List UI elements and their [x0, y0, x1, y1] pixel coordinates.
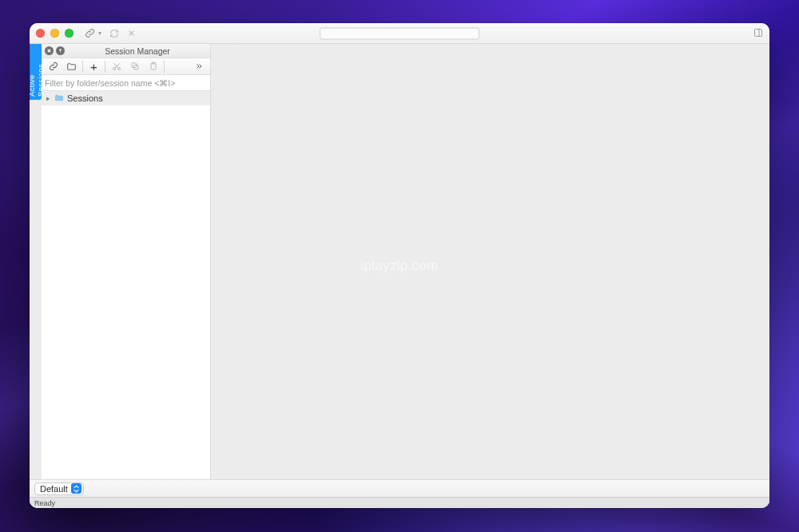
status-bar: Ready: [30, 497, 769, 508]
new-folder-button[interactable]: [62, 59, 81, 74]
svg-point-1: [59, 49, 61, 50]
cancel-icon[interactable]: [127, 29, 136, 38]
svg-rect-0: [755, 29, 762, 36]
panel-title: Session Manager: [68, 46, 207, 56]
close-window-button[interactable]: [36, 29, 45, 38]
dropdown-caret-icon[interactable]: ▾: [98, 30, 101, 37]
profile-selector-value: Default: [40, 484, 68, 494]
svg-point-4: [117, 68, 120, 70]
tree-item-label: Sessions: [67, 93, 103, 103]
window-controls: [36, 29, 74, 38]
svg-point-3: [113, 68, 115, 70]
svg-rect-2: [60, 50, 61, 53]
address-field[interactable]: [320, 27, 479, 39]
active-sessions-tab[interactable]: Active Sessions: [30, 44, 42, 100]
desktop-wallpaper: ▾ Active Sessions: [0, 0, 799, 532]
toolbar-overflow-button[interactable]: [189, 59, 208, 74]
session-tree[interactable]: ▸ Sessions: [42, 91, 210, 479]
active-sessions-tab-label: Active Sessions: [30, 47, 45, 97]
filter-input[interactable]: [45, 78, 207, 88]
zoom-window-button[interactable]: [65, 29, 74, 38]
updown-stepper-icon: [71, 483, 81, 494]
content-area: [211, 44, 769, 479]
copy-button[interactable]: [125, 59, 144, 74]
add-button[interactable]: +: [85, 59, 103, 74]
link-session-button[interactable]: [44, 59, 62, 74]
close-panel-icon[interactable]: [45, 46, 54, 55]
titlebar: ▾: [30, 23, 769, 44]
tree-row[interactable]: ▸ Sessions: [42, 91, 210, 105]
panel-toolbar: +: [42, 58, 210, 75]
folder-icon: [54, 93, 64, 104]
filter-row: [42, 75, 210, 91]
paste-button[interactable]: [144, 59, 162, 74]
panel-header: Session Manager: [42, 44, 210, 58]
app-window: ▾ Active Sessions: [30, 23, 769, 508]
minimize-window-button[interactable]: [50, 29, 59, 38]
profile-selector[interactable]: Default: [34, 482, 84, 495]
cut-button[interactable]: [107, 59, 125, 74]
chevron-right-icon[interactable]: ▸: [46, 94, 50, 102]
panel-toggle-icon[interactable]: [753, 26, 763, 41]
link-icon[interactable]: [85, 28, 95, 38]
bottom-bar: Default: [30, 479, 769, 497]
refresh-icon[interactable]: [109, 29, 119, 38]
session-manager-panel: Session Manager +: [42, 44, 211, 479]
status-text: Ready: [34, 499, 55, 507]
pin-panel-icon[interactable]: [56, 46, 65, 55]
